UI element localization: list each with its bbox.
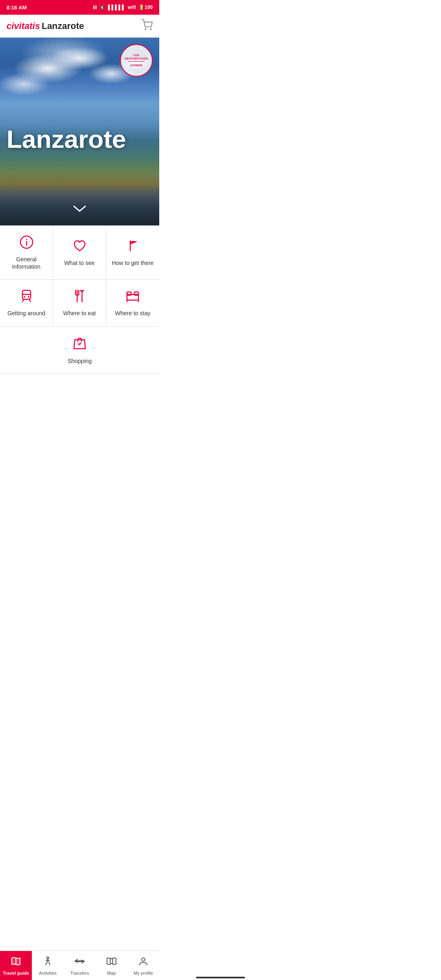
badge-top-text: TOPDESTINATIONS bbox=[125, 54, 148, 61]
grid-label-shopping: Shopping bbox=[67, 358, 91, 364]
battery-icon: 🔋100 bbox=[138, 4, 153, 10]
logo: civitatis Lanzarote bbox=[7, 21, 84, 31]
svg-rect-18 bbox=[134, 292, 138, 295]
status-time: 8:16 AM bbox=[7, 4, 27, 11]
wifi-icon: wifi bbox=[128, 4, 136, 10]
grid-item-general-information[interactable]: General information bbox=[0, 226, 53, 280]
grid-item-where-to-eat[interactable]: Where to eat bbox=[53, 280, 106, 326]
mute-icon: 🔇 bbox=[99, 4, 105, 10]
hero-title: Lanzarote bbox=[7, 127, 126, 152]
svg-point-4 bbox=[26, 239, 27, 240]
svg-point-0 bbox=[145, 29, 146, 29]
svg-rect-17 bbox=[127, 292, 131, 295]
grid-label-where-to-eat: Where to eat bbox=[63, 310, 96, 317]
grid-label-general-information: General information bbox=[4, 256, 49, 270]
grid-label-how-to-get-there: How to get there bbox=[112, 259, 154, 267]
shopping-bag-icon bbox=[72, 336, 87, 354]
svg-point-9 bbox=[28, 296, 29, 298]
app-header: civitatis Lanzarote bbox=[0, 15, 159, 38]
nfc-icon: ⊟ bbox=[93, 4, 97, 10]
heart-icon bbox=[72, 238, 87, 255]
bed-icon bbox=[125, 289, 140, 305]
badge-brand: civitatis bbox=[130, 63, 143, 67]
category-grid: General information What to see How to g… bbox=[0, 225, 159, 327]
status-icons: ⊟ 🔇 ▌▌▌▌▌ wifi 🔋100 bbox=[93, 4, 153, 10]
cart-button[interactable] bbox=[141, 19, 153, 33]
svg-point-8 bbox=[24, 296, 25, 298]
top-destinations-badge: TOPDESTINATIONS civitatis bbox=[120, 44, 153, 77]
info-icon bbox=[19, 235, 34, 252]
grid-label-getting-around: Getting around bbox=[7, 310, 45, 317]
status-bar: 8:16 AM ⊟ 🔇 ▌▌▌▌▌ wifi 🔋100 bbox=[0, 0, 159, 15]
scroll-down-chevron bbox=[73, 203, 86, 216]
svg-point-1 bbox=[150, 29, 151, 29]
logo-civitatis: civitatis bbox=[7, 21, 40, 31]
grid-label-what-to-see: What to see bbox=[64, 259, 95, 267]
train-icon bbox=[19, 289, 34, 305]
fork-knife-icon bbox=[72, 289, 87, 305]
svg-line-10 bbox=[22, 299, 24, 301]
logo-city: Lanzarote bbox=[42, 21, 84, 31]
svg-line-11 bbox=[29, 299, 31, 301]
grid-label-where-to-stay: Where to stay bbox=[115, 310, 150, 317]
grid-item-what-to-see[interactable]: What to see bbox=[53, 226, 106, 280]
signal-icon: ▌▌▌▌▌ bbox=[108, 4, 125, 10]
flag-icon bbox=[125, 238, 140, 255]
grid-item-where-to-stay[interactable]: Where to stay bbox=[106, 280, 159, 326]
grid-item-getting-around[interactable]: Getting around bbox=[0, 280, 53, 326]
grid-item-shopping[interactable]: Shopping bbox=[0, 327, 159, 374]
grid-item-how-to-get-there[interactable]: How to get there bbox=[106, 226, 159, 280]
hero-banner: TOPDESTINATIONS civitatis Lanzarote bbox=[0, 38, 159, 225]
